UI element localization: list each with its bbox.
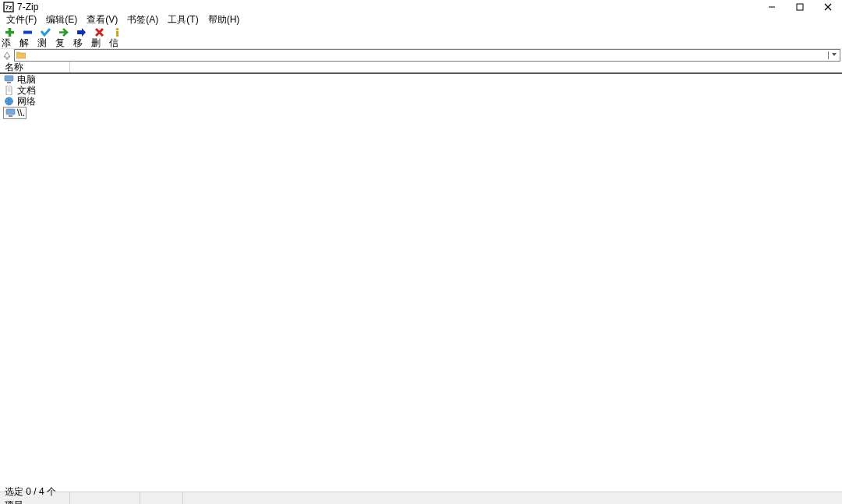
toolbar: 添加 解压 测试 复制 移动 删除 (0, 26, 842, 49)
minus-icon (22, 26, 33, 37)
network-icon (3, 97, 14, 107)
column-header-name[interactable]: 名称 (0, 62, 70, 72)
computer-icon (3, 75, 14, 85)
document-icon (3, 86, 14, 96)
svg-rect-3 (797, 4, 803, 10)
svg-rect-14 (6, 109, 15, 115)
list-item[interactable]: \\. (0, 107, 842, 118)
item-label: \\. (17, 107, 25, 118)
svg-rect-7 (116, 31, 119, 37)
arrow-right-bold-icon (76, 26, 87, 37)
list-item[interactable]: 电脑 (0, 74, 842, 85)
menubar: 文件(F) 编辑(E) 查看(V) 书签(A) 工具(T) 帮助(H) (0, 13, 842, 26)
window-title: 7-Zip (17, 2, 38, 12)
svg-text:7z: 7z (5, 4, 12, 11)
statusbar: 选定 0 / 4 个项目 (0, 492, 842, 504)
up-button[interactable] (2, 50, 12, 61)
addressbar (0, 49, 842, 62)
menu-bookmarks[interactable]: 书签(A) (122, 12, 163, 27)
svg-rect-8 (5, 76, 13, 81)
folder-icon (16, 51, 26, 60)
column-header-blank[interactable] (70, 62, 842, 72)
path-icon (5, 107, 16, 118)
address-field[interactable] (14, 49, 840, 62)
menu-help[interactable]: 帮助(H) (203, 12, 245, 27)
status-selection: 选定 0 / 4 个项目 (0, 492, 70, 504)
list-item[interactable]: 网络 (0, 96, 842, 107)
svg-rect-9 (7, 82, 11, 83)
status-cell-4 (183, 492, 842, 504)
info-icon (111, 26, 122, 37)
menu-edit[interactable]: 编辑(E) (41, 12, 82, 27)
address-input[interactable] (28, 50, 826, 61)
list-item[interactable]: 文档 (0, 85, 842, 96)
address-dropdown-button[interactable] (828, 51, 840, 59)
minimize-button[interactable] (758, 0, 786, 13)
menu-file[interactable]: 文件(F) (2, 12, 41, 27)
app-icon: 7z (3, 2, 14, 12)
maximize-button[interactable] (786, 0, 814, 13)
status-cell-3 (140, 492, 183, 504)
arrow-right-icon (58, 26, 69, 37)
svg-rect-15 (9, 115, 12, 117)
list-header: 名称 (0, 62, 842, 74)
menu-view[interactable]: 查看(V) (82, 12, 122, 27)
status-cell-2 (70, 492, 140, 504)
window-controls (758, 0, 842, 13)
titlebar: 7z 7-Zip (0, 0, 842, 13)
plus-icon (4, 26, 15, 37)
x-icon (94, 26, 104, 37)
file-list[interactable]: 电脑 文档 网络 \\. (0, 74, 842, 492)
close-button[interactable] (814, 0, 842, 13)
svg-point-6 (115, 27, 119, 30)
menu-tools[interactable]: 工具(T) (163, 12, 203, 27)
check-icon (40, 26, 51, 37)
